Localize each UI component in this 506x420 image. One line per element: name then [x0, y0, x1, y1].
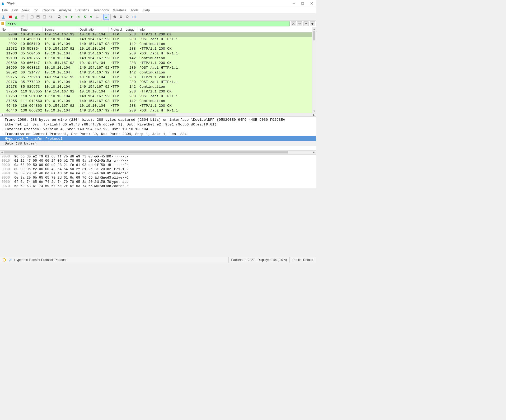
packet-details-body[interactable]: ›Frame 2089: 288 bytes on wire (2304 bit…: [0, 117, 316, 150]
column-header-destination[interactable]: Destination: [78, 27, 109, 32]
packet-list-v-scrollbar[interactable]: ▲ ▼: [312, 27, 316, 113]
open-file-icon[interactable]: [29, 14, 35, 20]
table-row[interactable]: 2058960.666147149.154.167.9210.10.10.104…: [0, 61, 316, 66]
menu-edit[interactable]: Edit: [12, 8, 18, 12]
capture-options-icon[interactable]: [20, 14, 26, 20]
colorize-icon[interactable]: [103, 14, 109, 20]
menu-statistics[interactable]: Statistics: [75, 8, 89, 12]
table-row[interactable]: 37250110.958655149.154.167.9210.10.10.10…: [0, 90, 316, 94]
menu-tools[interactable]: Tools: [130, 8, 138, 12]
column-header-length[interactable]: Length: [124, 27, 138, 32]
status-profile[interactable]: Profile: Default: [289, 257, 316, 263]
table-row[interactable]: 37255111.01256010.10.10.104149.154.167.9…: [0, 99, 316, 104]
go-back-icon[interactable]: [63, 14, 69, 20]
details-h-scrollbar[interactable]: ◀ ▶: [0, 150, 316, 154]
hex-line[interactable]: 00200a 68 00 50 09 00 c9 23 21 fe d1 03 …: [0, 163, 316, 167]
menu-wireless[interactable]: Wireless: [113, 8, 126, 12]
zoom-reset-icon[interactable]: [125, 14, 130, 20]
column-header-protocol[interactable]: Protocol: [109, 27, 124, 32]
clear-filter-icon[interactable]: [291, 21, 296, 26]
scroll-left-icon[interactable]: ◀: [0, 151, 4, 154]
reload-icon[interactable]: [48, 14, 54, 20]
restart-capture-icon[interactable]: [14, 14, 20, 20]
scroll-thumb[interactable]: [4, 151, 288, 153]
scroll-right-icon[interactable]: ▶: [312, 113, 316, 117]
autoscroll-icon[interactable]: [95, 14, 100, 20]
menu-view[interactable]: View: [22, 8, 29, 12]
table-row[interactable]: 2917885.82997310.10.10.104149.154.167.92…: [0, 85, 316, 90]
table-row[interactable]: 46440136.06626210.10.10.104149.154.167.9…: [0, 109, 316, 113]
tree-row[interactable]: ›Hypertext Transfer Protocol: [0, 136, 316, 141]
zoom-out-icon[interactable]: [118, 14, 124, 20]
scroll-right-icon[interactable]: ▶: [312, 151, 316, 154]
save-file-icon[interactable]: [35, 14, 41, 20]
hex-line[interactable]: 001001 12 47 05 40 00 2f 06 b2 78 95 9a …: [0, 159, 316, 163]
scroll-thumb[interactable]: [4, 114, 156, 116]
menu-analyze[interactable]: Analyze: [59, 8, 71, 12]
column-header-no[interactable]: No.: [0, 27, 19, 32]
hex-line[interactable]: 00506e 3a 20 6b 65 65 70 2d 61 6c 69 76 …: [0, 176, 316, 180]
add-filter-button[interactable]: [310, 21, 315, 26]
filter-history-dropdown[interactable]: [303, 21, 309, 26]
menu-capture[interactable]: Capture: [43, 8, 55, 12]
filter-bookmark-icon[interactable]: [1, 22, 4, 26]
maximize-button[interactable]: [300, 1, 305, 6]
tree-row[interactable]: ›Data (88 bytes): [0, 141, 316, 146]
tree-row[interactable]: ›Internet Protocol Version 4, Src: 149.1…: [0, 127, 316, 132]
chevron-right-icon[interactable]: ›: [1, 137, 5, 140]
scroll-down-icon[interactable]: ▼: [312, 109, 316, 113]
stop-capture-icon[interactable]: [7, 14, 13, 20]
menu-help[interactable]: Help: [143, 8, 150, 12]
scroll-left-icon[interactable]: ◀: [0, 113, 4, 117]
table-row[interactable]: 209010.45369310.10.10.104149.154.167.92H…: [0, 37, 316, 42]
table-row[interactable]: 208910.451595149.154.167.9210.10.10.104H…: [0, 32, 316, 37]
apply-filter-icon[interactable]: [297, 21, 302, 26]
go-last-icon[interactable]: [88, 14, 94, 20]
start-capture-icon[interactable]: [1, 14, 7, 20]
table-row[interactable]: 37253110.96100210.10.10.104149.154.167.9…: [0, 94, 316, 99]
zoom-in-icon[interactable]: [112, 14, 118, 20]
menu-telephony[interactable]: Telephony: [93, 8, 109, 12]
menu-file[interactable]: File: [2, 8, 8, 12]
column-header-info[interactable]: Info: [138, 27, 316, 32]
chevron-right-icon[interactable]: ›: [1, 142, 5, 145]
menu-go[interactable]: Go: [34, 8, 38, 12]
find-packet-icon[interactable]: [57, 14, 62, 20]
packet-list-h-scrollbar[interactable]: ◀ ▶: [0, 113, 316, 116]
table-row[interactable]: 2917685.77723910.10.10.104149.154.167.92…: [0, 80, 316, 85]
chevron-right-icon[interactable]: ›: [1, 123, 5, 126]
minimize-button[interactable]: [291, 1, 296, 6]
table-row[interactable]: 2059260.72147710.10.10.104149.154.167.92…: [0, 71, 316, 75]
scroll-thumb-v[interactable]: [313, 31, 315, 40]
close-button[interactable]: [309, 1, 314, 6]
table-row[interactable]: 46439136.064860149.154.167.9210.10.10.10…: [0, 104, 316, 109]
edit-pencil-icon[interactable]: [8, 258, 12, 262]
table-row[interactable]: 2917585.775218149.154.167.9210.10.10.104…: [0, 75, 316, 80]
column-header-source[interactable]: Source: [43, 27, 78, 32]
close-file-icon[interactable]: [41, 14, 47, 20]
table-row[interactable]: 209210.50511010.10.10.104149.154.167.92H…: [0, 42, 316, 47]
chevron-right-icon[interactable]: ›: [1, 133, 5, 136]
tree-row[interactable]: ›Transmission Control Protocol, Src Port…: [0, 132, 316, 136]
chevron-right-icon[interactable]: ›: [1, 118, 5, 121]
tree-row[interactable]: ›Ethernet II, Src: Tp-LinkT_d6:e9:f3 (68…: [0, 122, 316, 127]
hex-line[interactable]: 00606f 6e 74 65 6e 74 2d 74 79 70 65 3a …: [0, 180, 316, 184]
hex-line[interactable]: 003080 00 0b f2 00 00 48 54 54 50 2f 31 …: [0, 167, 316, 171]
display-filter-input[interactable]: [6, 21, 290, 26]
status-packets[interactable]: Packets: 112327 · Displayed: 44 (0.0%): [228, 257, 290, 263]
table-row[interactable]: 1219935.61376510.10.10.104149.154.167.92…: [0, 56, 316, 61]
expert-info-icon[interactable]: [3, 258, 6, 262]
hex-line[interactable]: 00706c 69 63 61 74 69 6f 6e 2f 6f 63 74 …: [0, 184, 316, 188]
go-to-packet-icon[interactable]: [76, 14, 81, 20]
tree-row[interactable]: ›Frame 2089: 288 bytes on wire (2304 bit…: [0, 117, 316, 122]
chevron-right-icon[interactable]: ›: [1, 128, 5, 131]
go-forward-icon[interactable]: [69, 14, 75, 20]
table-row[interactable]: 1193235.558864149.154.167.9210.10.10.104…: [0, 47, 316, 52]
column-header-time[interactable]: Time: [19, 27, 43, 32]
packet-bytes-pane[interactable]: 00009c b6 d0 e2 f9 01 68 ff 7b d6 e9 f3 …: [0, 155, 316, 188]
resize-columns-icon[interactable]: [131, 14, 137, 20]
hex-line[interactable]: 004030 30 20 4f 4b 0d 0a 43 6f 6e 6e 65 …: [0, 171, 316, 176]
scroll-up-icon[interactable]: ▲: [312, 27, 316, 31]
hex-line[interactable]: 00009c b6 d0 e2 f9 01 68 ff 7b d6 e9 f3 …: [0, 155, 316, 159]
packet-list-body[interactable]: 208910.451595149.154.167.9210.10.10.104H…: [0, 32, 316, 113]
